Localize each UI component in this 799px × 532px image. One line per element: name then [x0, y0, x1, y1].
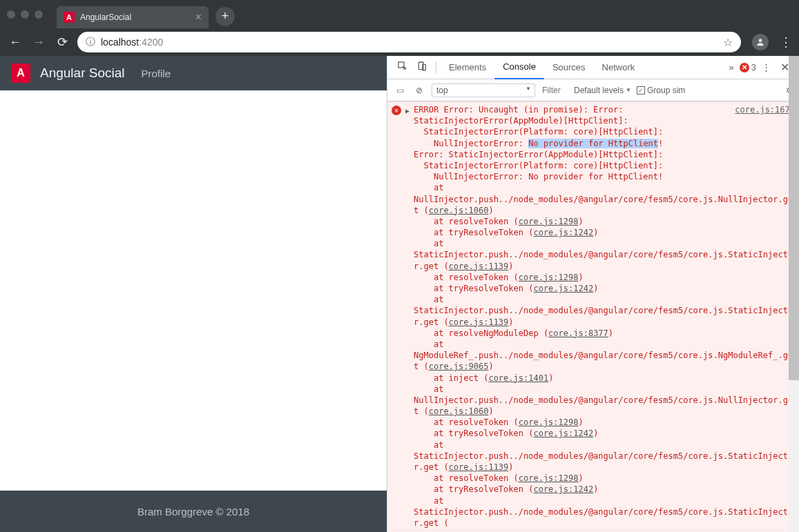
address-bar[interactable]: ⓘ localhost:4200 ☆	[77, 32, 741, 52]
log-levels-dropdown[interactable]: Default levels ▼	[574, 86, 631, 95]
more-tabs-icon[interactable]: »	[729, 62, 734, 72]
source-link[interactable]: core.js:1298	[519, 417, 579, 427]
browser-tab[interactable]: A AngularSocial ×	[57, 6, 209, 28]
browser-toolbar: ← → ⟳ ⓘ localhost:4200 ☆ ⋮	[0, 28, 799, 56]
console-output: ✕ ▶ core.js:1671ERROR Error: Uncaught (i…	[387, 101, 799, 532]
context-selector[interactable]: top	[432, 83, 535, 97]
error-count-badge[interactable]: ✕ 3	[740, 62, 756, 72]
source-link[interactable]: core.js:1060	[429, 206, 489, 215]
devtools-tab-bar: Elements Console Sources Network » ✕ 3 ⋮…	[387, 56, 799, 79]
console-filter-bar: ▭ ⊘ top Default levels ▼ ✓Group sim ⚙	[387, 79, 799, 101]
scrollbar-thumb[interactable]	[789, 56, 799, 380]
console-error-entry[interactable]: ✕ ▶ core.js:1671ERROR Error: Uncaught (i…	[387, 101, 799, 531]
bookmark-star-icon[interactable]: ☆	[723, 36, 733, 49]
source-link[interactable]: core.js:1139	[449, 462, 509, 472]
source-link[interactable]: core.js:1298	[519, 273, 579, 282]
minimize-window-icon[interactable]	[21, 10, 29, 19]
source-link[interactable]: core.js:1242	[533, 484, 593, 494]
tab-title: AngularSocial	[80, 12, 190, 22]
source-link[interactable]: core.js:1298	[519, 473, 579, 483]
tab-network[interactable]: Network	[594, 56, 644, 79]
source-link[interactable]: core.js:9065	[429, 362, 489, 371]
reload-button[interactable]: ⟳	[54, 35, 70, 50]
source-link[interactable]: core.js:1298	[519, 217, 579, 226]
app-title: Angular Social	[40, 66, 125, 81]
tab-console[interactable]: Console	[494, 56, 544, 79]
angular-logo-icon: A	[11, 63, 30, 83]
page-content: A Angular Social Profile Bram Borggreve …	[0, 56, 387, 532]
nav-profile-link[interactable]: Profile	[142, 68, 171, 79]
forward-button[interactable]: →	[30, 35, 47, 50]
source-link[interactable]: core.js:1060	[429, 406, 489, 416]
filter-input[interactable]	[541, 84, 568, 97]
close-window-icon[interactable]	[7, 10, 15, 19]
error-icon: ✕	[392, 106, 401, 115]
device-toolbar-icon[interactable]	[412, 61, 432, 74]
error-message: core.js:1671ERROR Error: Uncaught (in pr…	[414, 104, 795, 529]
inspect-element-icon[interactable]	[393, 61, 412, 74]
vertical-scrollbar[interactable]	[789, 56, 799, 532]
app-navbar: A Angular Social Profile	[0, 56, 387, 90]
expand-icon[interactable]: ▶	[405, 106, 410, 529]
devtools-panel: Elements Console Sources Network » ✕ 3 ⋮…	[387, 56, 799, 532]
error-icon: ✕	[740, 63, 749, 72]
tab-sources[interactable]: Sources	[544, 56, 594, 79]
source-link[interactable]: core.js:1401	[488, 373, 548, 383]
profile-avatar-icon[interactable]	[752, 34, 769, 50]
clear-console-icon[interactable]: ⊘	[412, 86, 426, 95]
source-link[interactable]: core.js:1242	[533, 228, 593, 237]
url-text: localhost:4200	[101, 37, 718, 48]
browser-tab-strip: A AngularSocial × +	[0, 0, 799, 28]
source-link[interactable]: core.js:1671	[735, 104, 795, 115]
source-link[interactable]: core.js:8377	[548, 328, 608, 338]
maximize-window-icon[interactable]	[35, 10, 43, 19]
svg-point-0	[759, 39, 762, 42]
site-info-icon[interactable]: ⓘ	[86, 36, 95, 48]
show-console-sidebar-icon[interactable]: ▭	[393, 86, 407, 95]
tab-elements[interactable]: Elements	[441, 56, 494, 79]
new-tab-button[interactable]: +	[215, 7, 235, 26]
source-link[interactable]: core.js:1242	[533, 428, 593, 438]
app-body	[0, 90, 387, 491]
devtools-menu-icon[interactable]: ⋮	[762, 62, 771, 72]
back-button[interactable]: ←	[7, 35, 23, 50]
angular-favicon-icon: A	[64, 12, 75, 23]
app-footer: Bram Borggreve © 2018	[0, 491, 387, 532]
browser-menu-icon[interactable]: ⋮	[780, 35, 792, 50]
source-link[interactable]: core.js:1139	[449, 317, 509, 327]
close-tab-icon[interactable]: ×	[195, 11, 202, 23]
window-controls	[7, 10, 43, 19]
source-link[interactable]: core.js:1139	[449, 262, 509, 271]
source-link[interactable]: core.js:1242	[533, 284, 593, 293]
group-similar-checkbox[interactable]: ✓Group sim	[637, 86, 685, 95]
